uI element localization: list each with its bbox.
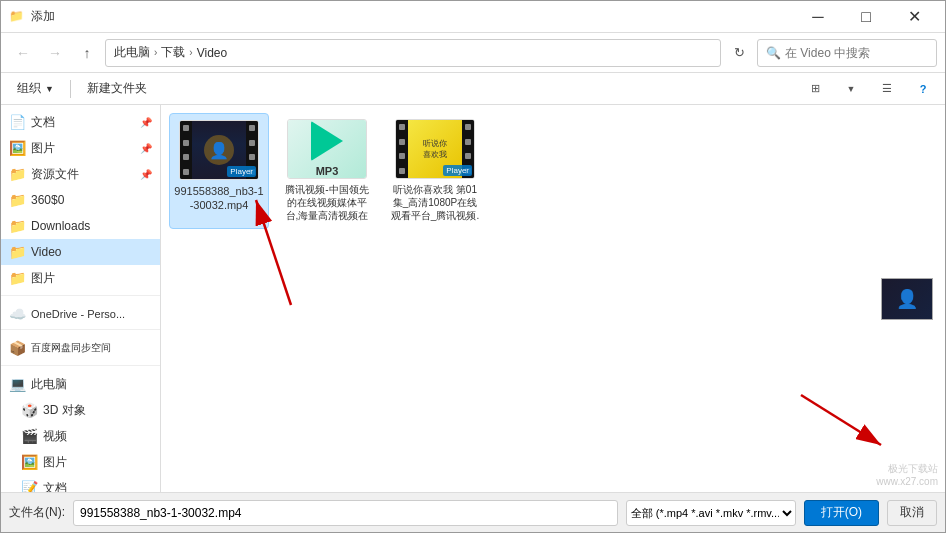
right-preview-thumb: 👤	[881, 278, 933, 320]
video-icon: 📁	[9, 244, 25, 260]
file-dialog-window: 📁 添加 ─ □ ✕ ← → ↑ 此电脑 › 下载 › Video ↻ 🔍 组织…	[0, 0, 946, 533]
file-item-1[interactable]: 👤 Player 991558388_nb3-1-30032.mp4	[169, 113, 269, 229]
view-dropdown-button[interactable]: ▼	[837, 75, 865, 103]
mp3-thumb: MP3	[288, 120, 366, 178]
sidebar-item-docs2-label: 文档	[43, 480, 67, 493]
open-button-label: 打开(O)	[821, 504, 862, 521]
filename-label: 文件名(N):	[9, 504, 65, 521]
minimize-button[interactable]: ─	[795, 1, 841, 33]
file-name-1: 991558388_nb3-1-30032.mp4	[174, 184, 264, 213]
sidebar-item-docs2[interactable]: 📝 文档	[1, 475, 160, 492]
filename-input[interactable]	[73, 500, 618, 526]
view-large-icon-button[interactable]: ⊞	[801, 75, 829, 103]
up-button[interactable]: ↑	[73, 39, 101, 67]
360s0-icon: 📁	[9, 192, 25, 208]
sidebar-item-pics3[interactable]: 🖼️ 图片	[1, 449, 160, 475]
sidebar-item-pics2[interactable]: 📁 图片	[1, 265, 160, 291]
sidebar-item-resources[interactable]: 📁 资源文件 📌	[1, 161, 160, 187]
video-thumb-light: 听说你喜欢我 Player	[396, 120, 474, 178]
sidebar-item-mypc-label: 此电脑	[31, 376, 67, 393]
cancel-button-label: 取消	[900, 505, 924, 519]
file-thumbnail-3: 听说你喜欢我 Player	[395, 119, 475, 179]
film-strip-left-3	[396, 120, 408, 178]
search-icon: 🔍	[766, 46, 781, 60]
onedrive-icon: ☁️	[9, 306, 25, 322]
back-button[interactable]: ←	[9, 39, 37, 67]
close-button[interactable]: ✕	[891, 1, 937, 33]
new-folder-button[interactable]: 新建文件夹	[79, 77, 155, 101]
sidebar-item-docs-label: 文档	[31, 114, 55, 131]
videos-icon: 🎬	[21, 428, 37, 444]
title-bar: 📁 添加 ─ □ ✕	[1, 1, 945, 33]
address-mypc[interactable]: 此电脑	[114, 44, 150, 61]
navigation-toolbar: ← → ↑ 此电脑 › 下载 › Video ↻ 🔍	[1, 33, 945, 73]
sidebar-item-docs[interactable]: 📄 文档 📌	[1, 109, 160, 135]
sidebar-divider2	[1, 329, 160, 333]
sidebar-item-pics2-label: 图片	[31, 270, 55, 287]
file-name-2: 腾讯视频-中国领先的在线视频媒体平台,海量高清视频在线...	[281, 183, 373, 223]
maximize-button[interactable]: □	[843, 1, 889, 33]
sidebar-item-downloads[interactable]: 📁 Downloads	[1, 213, 160, 239]
player-badge-3: Player	[443, 165, 472, 176]
sidebar-item-video[interactable]: 📁 Video	[1, 239, 160, 265]
video-thumb-dark: 👤 Player	[180, 121, 258, 179]
docs2-icon: 📝	[21, 480, 37, 492]
pics-icon: 🖼️	[9, 140, 25, 156]
organize-button[interactable]: 组织 ▼	[9, 77, 62, 101]
file-item-2[interactable]: MP3 腾讯视频-中国领先的在线视频媒体平台,海量高清视频在线...	[277, 113, 377, 229]
sidebar-item-baidu-label: 百度网盘同步空间	[31, 341, 111, 355]
filetype-select[interactable]: 全部 (*.mp4 *.avi *.mkv *.rmv...) MP4 文件 (…	[626, 500, 796, 526]
mypc-section: 💻 此电脑 🎲 3D 对象 🎬 视频 🖼️ 图片 📝 文档	[1, 371, 160, 492]
sidebar-item-downloads-label: Downloads	[31, 219, 90, 233]
cancel-button[interactable]: 取消	[887, 500, 937, 526]
toolbar-separator	[70, 80, 71, 98]
mp3-label: MP3	[316, 165, 339, 177]
sidebar: 📄 文档 📌 🖼️ 图片 📌 📁 资源文件 📌 📁 360$0	[1, 105, 161, 492]
file-item-3[interactable]: 听说你喜欢我 Player 听说你喜欢我 第01集_高清1080P在线观看平台	[385, 113, 485, 229]
action-toolbar: 组织 ▼ 新建文件夹 ⊞ ▼ ☰ ?	[1, 73, 945, 105]
file-grid: 👤 Player 991558388_nb3-1-30032.mp4	[169, 113, 937, 229]
view-details-button[interactable]: ☰	[873, 75, 901, 103]
file-area[interactable]: 👤 Player 991558388_nb3-1-30032.mp4	[161, 105, 945, 492]
open-button[interactable]: 打开(O)	[804, 500, 879, 526]
mypc-icon: 💻	[9, 376, 25, 392]
file-thumbnail-2: MP3	[287, 119, 367, 179]
new-folder-label: 新建文件夹	[87, 80, 147, 97]
sidebar-item-videos[interactable]: 🎬 视频	[1, 423, 160, 449]
docs-icon: 📄	[9, 114, 25, 130]
refresh-button[interactable]: ↻	[725, 39, 753, 67]
file-name-3: 听说你喜欢我 第01集_高清1080P在线观看平台_腾讯视频.mp4	[389, 183, 481, 223]
sidebar-item-onedrive[interactable]: ☁️ OneDrive - Perso...	[1, 301, 160, 327]
sidebar-item-onedrive-label: OneDrive - Perso...	[31, 308, 125, 320]
downloads-icon: 📁	[9, 218, 25, 234]
pics3-icon: 🖼️	[21, 454, 37, 470]
player-badge-1: Player	[227, 166, 256, 177]
sidebar-item-360s0[interactable]: 📁 360$0	[1, 187, 160, 213]
window-controls: ─ □ ✕	[795, 1, 937, 33]
sidebar-item-pics3-label: 图片	[43, 454, 67, 471]
resources-pin-icon: 📌	[140, 169, 152, 180]
address-downloads[interactable]: 下载	[161, 44, 185, 61]
forward-button[interactable]: →	[41, 39, 69, 67]
window-icon: 📁	[9, 9, 25, 25]
help-button[interactable]: ?	[909, 75, 937, 103]
address-video[interactable]: Video	[197, 46, 227, 60]
window-title: 添加	[31, 8, 795, 25]
main-content: 📄 文档 📌 🖼️ 图片 📌 📁 资源文件 📌 📁 360$0	[1, 105, 945, 492]
sidebar-item-3d[interactable]: 🎲 3D 对象	[1, 397, 160, 423]
address-bar[interactable]: 此电脑 › 下载 › Video	[105, 39, 721, 67]
docs-pin-icon: 📌	[140, 117, 152, 128]
search-input[interactable]	[785, 46, 935, 60]
resources-icon: 📁	[9, 166, 25, 182]
sidebar-item-pics[interactable]: 🖼️ 图片 📌	[1, 135, 160, 161]
sidebar-divider	[1, 295, 160, 299]
bottom-bar: 文件名(N): 全部 (*.mp4 *.avi *.mkv *.rmv...) …	[1, 492, 945, 532]
3d-icon: 🎲	[21, 402, 37, 418]
film-strip-left	[180, 121, 192, 179]
sidebar-item-mypc[interactable]: 💻 此电脑	[1, 371, 160, 397]
baidu-icon: 📦	[9, 340, 25, 356]
sidebar-item-video-label: Video	[31, 245, 61, 259]
sidebar-item-baidu[interactable]: 📦 百度网盘同步空间	[1, 335, 160, 361]
pics-pin-icon: 📌	[140, 143, 152, 154]
sidebar-item-3d-label: 3D 对象	[43, 402, 86, 419]
